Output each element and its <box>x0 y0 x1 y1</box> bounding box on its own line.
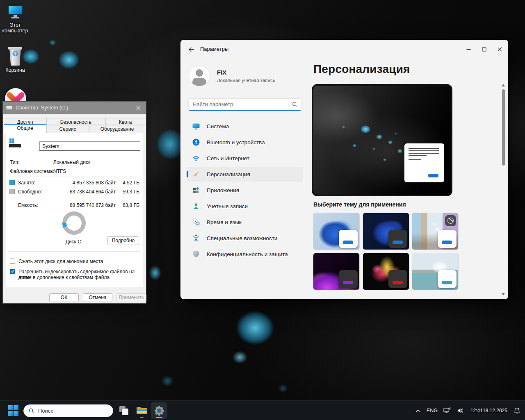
volume-tray-button[interactable] <box>454 402 468 419</box>
bluetooth-icon <box>192 138 200 146</box>
nav-item-accessibility[interactable]: Специальные возможности <box>187 231 303 245</box>
index-checkbox-label-line2: диске в дополнение к свойствам файла <box>18 275 110 280</box>
theme-mini-card <box>339 270 358 288</box>
tray-chevron-button[interactable] <box>413 402 424 419</box>
used-label: Занято: <box>18 180 35 186</box>
filesystem-label: Файловая система: <box>10 168 54 174</box>
nav-item-system[interactable]: Система <box>187 119 303 134</box>
dialog-tab-row-bottom: Общие Сервис Оборудование <box>4 125 145 133</box>
apply-button[interactable]: Применить <box>116 293 146 302</box>
scrollbar-thumb[interactable] <box>502 89 505 166</box>
nav-item-network[interactable]: Сеть и Интернет <box>187 151 303 166</box>
free-color-swatch <box>9 189 15 194</box>
tab-quota[interactable]: Квота <box>105 118 145 125</box>
theme-tile-spotlight[interactable] <box>412 213 458 250</box>
tab-security[interactable]: Безопасность <box>46 118 105 125</box>
nav-label: Система <box>207 123 229 129</box>
task-view-button[interactable] <box>116 402 132 419</box>
compress-checkbox[interactable] <box>10 259 15 264</box>
theme-tile-colorful-flower[interactable] <box>363 253 409 290</box>
user-account-type: Локальная учетная запись <box>217 78 275 83</box>
dialog-title: Свойства: System (C:) <box>16 105 68 111</box>
nav-item-bluetooth[interactable]: Bluetooth и устройства <box>187 135 303 150</box>
bell-focus-icon: z <box>513 407 521 414</box>
minimize-button[interactable] <box>461 43 475 55</box>
language-indicator[interactable]: ENG <box>424 402 441 419</box>
type-value: Локальный диск <box>53 159 90 165</box>
nav-label: Специальные возможности <box>207 235 277 241</box>
tray-time: 12:41 <box>470 408 483 413</box>
taskbar-search[interactable]: Поиск <box>23 404 113 417</box>
nav-item-apps[interactable]: Приложения <box>187 183 303 198</box>
tray-date: 18.12.2025 <box>483 408 507 413</box>
theme-tile-windows-light[interactable] <box>313 213 359 250</box>
back-arrow-icon <box>188 46 194 53</box>
check-icon <box>11 270 14 273</box>
disk-caption: Диск C: <box>62 239 86 245</box>
task-view-icon <box>119 406 129 415</box>
page-title: Персонализация <box>313 63 410 76</box>
nav-label: Персонализация <box>207 171 250 177</box>
search-icon <box>292 102 298 107</box>
preview-dialog-mock <box>404 143 444 182</box>
spotlight-badge-icon <box>445 215 456 226</box>
settings-titlebar-title: Параметры <box>200 46 228 52</box>
theme-tile-windows-dark[interactable] <box>363 213 409 250</box>
ok-button[interactable]: ОК <box>49 293 79 302</box>
maximize-button[interactable] <box>477 43 491 55</box>
desktop-icon-recycle-bin[interactable]: ♻ Корзина <box>0 47 30 73</box>
back-button[interactable] <box>186 45 196 54</box>
tab-hardware[interactable]: Оборудование <box>89 125 145 133</box>
used-bytes: 4 857 335 808 байт <box>62 180 116 186</box>
capacity-size: 63,8 ГБ <box>117 202 139 208</box>
folder-icon <box>136 406 148 415</box>
desktop-icon-this-pc[interactable]: Этот компьютер <box>0 4 30 34</box>
settings-search-box[interactable] <box>188 98 301 111</box>
index-checkbox[interactable] <box>10 269 15 274</box>
settings-taskbar-button[interactable] <box>151 402 167 419</box>
divider <box>9 199 140 199</box>
wifi-icon <box>192 154 200 162</box>
file-explorer-button[interactable] <box>134 402 150 419</box>
minimize-icon <box>466 47 471 52</box>
time-language-icon <box>192 218 200 226</box>
details-button[interactable]: Подробно <box>107 236 139 245</box>
theme-mini-card <box>388 230 407 248</box>
nav-label: Время и язык <box>207 219 242 225</box>
theme-mini-card <box>438 230 457 248</box>
drive-icon <box>9 138 21 150</box>
drive-name-input[interactable] <box>39 141 140 151</box>
capacity-label: Емкость: <box>18 202 38 208</box>
divider <box>9 251 140 252</box>
nav-item-accounts[interactable]: Учетные записи <box>187 199 303 213</box>
settings-search-input[interactable] <box>192 101 292 108</box>
nav-label: Учетные записи <box>207 203 248 209</box>
capacity-bytes: 68 595 740 672 байт <box>62 202 116 208</box>
nav-item-privacy[interactable]: Конфиденциальность и защита <box>187 247 303 261</box>
preview-accent-button <box>428 174 438 177</box>
start-button[interactable] <box>5 402 21 419</box>
theme-tile-lake[interactable] <box>412 253 458 290</box>
free-size: 59,3 ГБ <box>117 189 139 195</box>
close-button[interactable] <box>493 43 507 55</box>
scrollbar-up-arrow[interactable] <box>502 84 505 86</box>
user-avatar[interactable] <box>189 66 210 86</box>
avatar-head <box>196 69 203 77</box>
this-pc-icon <box>7 4 23 20</box>
cancel-button[interactable]: Отмена <box>83 293 112 302</box>
settings-window: Параметры FIX Локальная учетная запись С… <box>180 40 508 299</box>
network-tray-button[interactable] <box>441 402 454 419</box>
compress-checkbox-label: Сжать этот диск для экономии места <box>18 259 103 264</box>
tab-tools[interactable]: Сервис <box>46 125 89 133</box>
close-icon <box>498 47 502 52</box>
notification-center-button[interactable]: z <box>510 402 525 419</box>
clock[interactable]: 12:41 18.12.2025 <box>468 402 510 419</box>
nav-item-personalization[interactable]: Персонализация <box>187 167 303 182</box>
dialog-close-icon[interactable] <box>134 103 143 112</box>
theme-tile-purple-eclipse[interactable] <box>313 253 359 290</box>
nav-item-time-language[interactable]: Время и язык <box>187 215 303 229</box>
free-bytes: 63 738 404 864 байт <box>62 189 116 195</box>
scrollbar-down-arrow[interactable] <box>502 293 505 295</box>
dialog-titlebar[interactable]: Свойства: System (C:) <box>3 102 146 114</box>
tab-general[interactable]: Общие <box>4 124 46 134</box>
